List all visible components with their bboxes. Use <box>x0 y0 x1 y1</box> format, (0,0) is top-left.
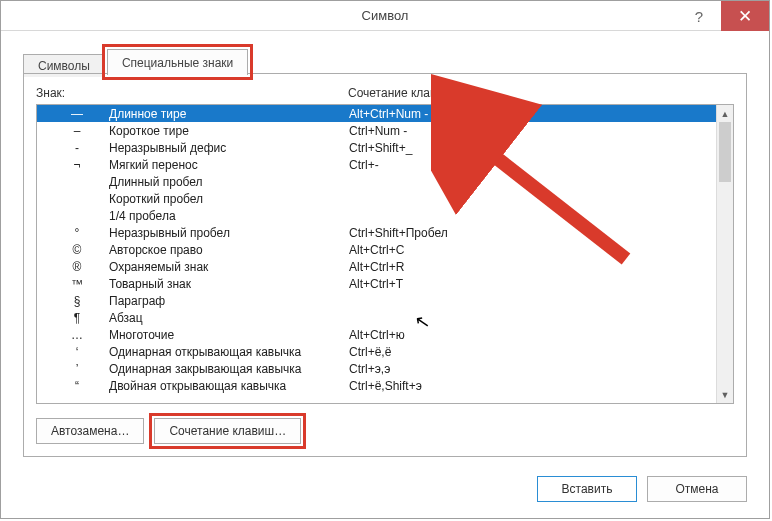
scroll-thumb[interactable] <box>719 122 731 182</box>
symbol-dialog: Символ ? ✕ Символы Специальные знаки Зна… <box>0 0 770 519</box>
list-item[interactable]: °Неразрывный пробелCtrl+Shift+Пробел <box>37 224 716 241</box>
window-controls: ? ✕ <box>677 1 769 31</box>
tab-bar: Символы Специальные знаки <box>23 46 747 74</box>
item-name: Мягкий перенос <box>109 158 349 172</box>
item-name: Авторское право <box>109 243 349 257</box>
item-shortcut: Alt+Ctrl+Num - <box>349 107 716 121</box>
list-item[interactable]: Короткий пробел <box>37 190 716 207</box>
list-item[interactable]: ©Авторское правоAlt+Ctrl+C <box>37 241 716 258</box>
item-symbol: ¬ <box>45 158 109 172</box>
item-shortcut: Ctrl+э,э <box>349 362 716 376</box>
item-shortcut: Ctrl+Shift+Пробел <box>349 226 716 240</box>
button-label: Вставить <box>562 482 613 496</box>
header-sign: Знак: <box>36 86 348 100</box>
list-item[interactable]: ‘Одинарная открывающая кавычкаCtrl+ё,ё <box>37 343 716 360</box>
item-shortcut: Alt+Ctrl+C <box>349 243 716 257</box>
item-symbol: § <box>45 294 109 308</box>
panel-buttons: Автозамена… Сочетание клавиш… <box>36 418 734 444</box>
item-name: Параграф <box>109 294 349 308</box>
special-characters-list[interactable]: —Длинное тиреAlt+Ctrl+Num -–Короткое тир… <box>36 104 734 404</box>
item-name: Длинный пробел <box>109 175 349 189</box>
titlebar: Символ ? ✕ <box>1 1 769 31</box>
list-item[interactable]: Длинный пробел <box>37 173 716 190</box>
list-item[interactable]: …МноготочиеAlt+Ctrl+ю <box>37 326 716 343</box>
item-symbol: ™ <box>45 277 109 291</box>
item-name: Многоточие <box>109 328 349 342</box>
item-name: Охраняемый знак <box>109 260 349 274</box>
item-name: Одинарная открывающая кавычка <box>109 345 349 359</box>
button-label: Сочетание клавиш… <box>169 424 286 438</box>
tab-label: Специальные знаки <box>122 56 233 70</box>
item-symbol: ’ <box>45 362 109 376</box>
item-shortcut: Alt+Ctrl+ю <box>349 328 716 342</box>
item-shortcut: Ctrl+ё,Shift+э <box>349 379 716 393</box>
item-symbol: ° <box>45 226 109 240</box>
list-item[interactable]: ¬Мягкий переносCtrl+- <box>37 156 716 173</box>
item-shortcut: Ctrl+Num - <box>349 124 716 138</box>
item-symbol: ® <box>45 260 109 274</box>
item-shortcut: Ctrl+Shift+_ <box>349 141 716 155</box>
item-symbol: “ <box>45 379 109 393</box>
item-symbol: ¶ <box>45 311 109 325</box>
shortcut-button[interactable]: Сочетание клавиш… <box>154 418 301 444</box>
close-button[interactable]: ✕ <box>721 1 769 31</box>
item-shortcut: Ctrl+- <box>349 158 716 172</box>
item-shortcut: Ctrl+ё,ё <box>349 345 716 359</box>
list-item[interactable]: ®Охраняемый знакAlt+Ctrl+R <box>37 258 716 275</box>
button-label: Автозамена… <box>51 424 129 438</box>
item-name: Одинарная закрывающая кавычка <box>109 362 349 376</box>
item-name: Неразрывный пробел <box>109 226 349 240</box>
item-name: Короткое тире <box>109 124 349 138</box>
item-symbol: – <box>45 124 109 138</box>
insert-button[interactable]: Вставить <box>537 476 637 502</box>
autoreplace-button[interactable]: Автозамена… <box>36 418 144 444</box>
scroll-up-icon[interactable]: ▲ <box>717 105 733 122</box>
scrollbar[interactable]: ▲ ▼ <box>716 105 733 403</box>
list-item[interactable]: “Двойная открывающая кавычкаCtrl+ё,Shift… <box>37 377 716 394</box>
list-item[interactable]: 1/4 пробела <box>37 207 716 224</box>
list-header: Знак: Сочетание клавиш: <box>36 86 734 100</box>
scroll-track[interactable] <box>717 122 733 386</box>
button-label: Отмена <box>675 482 718 496</box>
item-name: Товарный знак <box>109 277 349 291</box>
tab-label: Символы <box>38 59 90 73</box>
cancel-button[interactable]: Отмена <box>647 476 747 502</box>
item-name: 1/4 пробела <box>109 209 349 223</box>
item-symbol: ‘ <box>45 345 109 359</box>
list-item[interactable]: §Параграф <box>37 292 716 309</box>
list-item[interactable]: ™Товарный знакAlt+Ctrl+T <box>37 275 716 292</box>
list-item[interactable]: –Короткое тиреCtrl+Num - <box>37 122 716 139</box>
window-title: Символ <box>1 8 769 23</box>
header-shortcut: Сочетание клавиш: <box>348 86 734 100</box>
item-shortcut: Alt+Ctrl+R <box>349 260 716 274</box>
item-name: Короткий пробел <box>109 192 349 206</box>
tab-panel: Знак: Сочетание клавиш: —Длинное тиреAlt… <box>23 74 747 457</box>
list-item[interactable]: ¶Абзац <box>37 309 716 326</box>
help-button[interactable]: ? <box>677 1 721 31</box>
list-item[interactable]: ’Одинарная закрывающая кавычкаCtrl+э,э <box>37 360 716 377</box>
item-name: Абзац <box>109 311 349 325</box>
item-name: Двойная открывающая кавычка <box>109 379 349 393</box>
dialog-client: Символы Специальные знаки Знак: Сочетани… <box>1 32 769 518</box>
item-symbol: … <box>45 328 109 342</box>
item-name: Неразрывный дефис <box>109 141 349 155</box>
list-item[interactable]: —Длинное тиреAlt+Ctrl+Num - <box>37 105 716 122</box>
item-symbol: - <box>45 141 109 155</box>
dialog-buttons: Вставить Отмена <box>537 476 747 502</box>
scroll-down-icon[interactable]: ▼ <box>717 386 733 403</box>
item-name: Длинное тире <box>109 107 349 121</box>
item-shortcut: Alt+Ctrl+T <box>349 277 716 291</box>
tab-special-characters[interactable]: Специальные знаки <box>107 49 248 75</box>
list-item[interactable]: -Неразрывный дефисCtrl+Shift+_ <box>37 139 716 156</box>
item-symbol: — <box>45 107 109 121</box>
item-symbol: © <box>45 243 109 257</box>
list-rows: —Длинное тиреAlt+Ctrl+Num -–Короткое тир… <box>37 105 716 403</box>
